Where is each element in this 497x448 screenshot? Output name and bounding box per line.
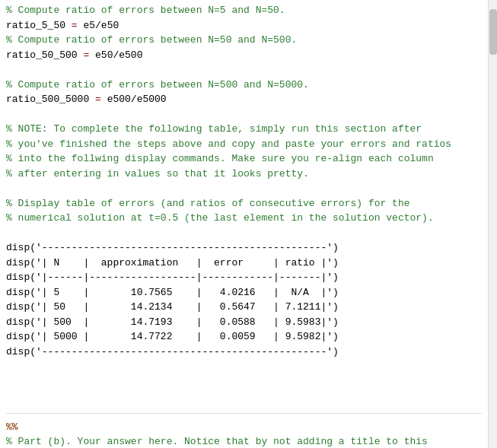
code-line-blank xyxy=(6,389,482,404)
code-line: % Display table of errors (and ratios of… xyxy=(6,196,482,211)
code-line-blank xyxy=(6,107,482,122)
code-line: disp('| 50 | 14.2134 | 0.5647 | 7.1211|'… xyxy=(6,300,482,315)
section-marker: %% xyxy=(6,420,482,435)
equals-sign: = xyxy=(72,20,78,31)
code-line: % numerical solution at t=0.5 (the last … xyxy=(6,211,482,226)
code-line: % Compute ratio of errors between N=5 an… xyxy=(6,3,482,18)
code-line: % Part (b). Your answer here. Notice tha… xyxy=(6,434,482,448)
code-line: disp('| 5 | 10.7565 | 4.0216 | N/A |') xyxy=(6,285,482,300)
code-line: ratio_50_500 = e50/e500 xyxy=(6,48,482,63)
code-line-blank xyxy=(6,226,482,241)
equals-sign: = xyxy=(95,94,101,105)
code-line: disp('----------------------------------… xyxy=(6,240,482,256)
code-line: % Compute ratio of errors between N=50 a… xyxy=(6,33,482,48)
code-line: % you've finished the steps above and co… xyxy=(6,137,482,152)
code-line: ratio_500_5000 = e500/e5000 xyxy=(6,92,482,107)
code-line: % into the follwing display commands. Ma… xyxy=(6,151,482,167)
code-line: ratio_5_50 = e5/e50 xyxy=(6,18,482,33)
scrollbar-thumb[interactable] xyxy=(489,9,497,55)
code-line-blank xyxy=(6,62,482,78)
code-line: disp('| 5000 | 14.7722 | 0.0059 | 9.5982… xyxy=(6,329,482,345)
code-line-blank xyxy=(6,181,482,196)
editor-container: % Compute ratio of errors between N=5 an… xyxy=(0,0,497,448)
code-line-blank xyxy=(6,359,482,374)
code-line: % NOTE: To complete the following table,… xyxy=(6,122,482,137)
scrollbar[interactable] xyxy=(488,0,497,448)
code-line: % after entering in values so that it lo… xyxy=(6,167,482,182)
code-line: disp('| N | approximation | error | rati… xyxy=(6,256,482,271)
code-line: disp('|------|------------------|-------… xyxy=(6,270,482,285)
equals-sign: = xyxy=(83,49,89,61)
bottom-section: %% % Part (b). Your answer here. Notice … xyxy=(6,413,482,449)
code-content: % Compute ratio of errors between N=5 an… xyxy=(0,0,488,448)
code-line: disp('----------------------------------… xyxy=(6,345,482,360)
code-line: % Compute ratio of errors between N=500 … xyxy=(6,78,482,93)
code-line: disp('| 500 | 14.7193 | 0.0588 | 9.5983|… xyxy=(6,315,482,330)
code-line-blank xyxy=(6,374,482,389)
